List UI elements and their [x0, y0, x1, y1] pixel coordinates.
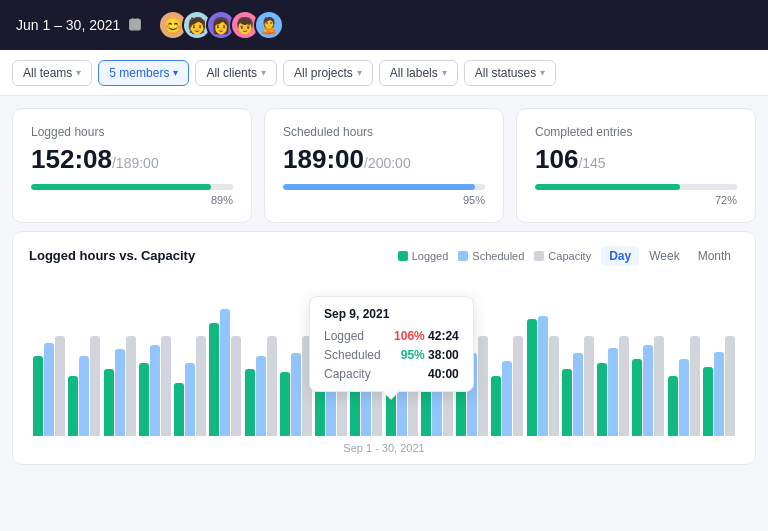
bar-scheduled	[185, 363, 195, 436]
bar-capacity	[90, 336, 100, 436]
bar-logged	[527, 319, 537, 436]
tooltip-row-left: Capacity	[324, 367, 371, 381]
bar-scheduled	[44, 343, 54, 436]
bar-group-1[interactable]	[68, 336, 100, 436]
bar-logged	[668, 376, 678, 436]
bar-capacity	[126, 336, 136, 436]
filter-all-teams[interactable]: All teams▾	[12, 60, 92, 86]
bar-group-7[interactable]	[280, 336, 312, 436]
stat-label: Logged hours	[31, 125, 233, 139]
filter-all-clients[interactable]: All clients▾	[195, 60, 277, 86]
bar-group-15[interactable]	[562, 336, 594, 436]
bar-group-5[interactable]	[209, 309, 241, 436]
bar-capacity	[267, 336, 277, 436]
filter-5-members[interactable]: 5 members▾	[98, 60, 189, 86]
calendar-icon[interactable]	[128, 17, 142, 34]
tooltip-arrow	[383, 391, 399, 399]
progress-bar-fill	[535, 184, 680, 190]
tooltip-date: Sep 9, 2021	[324, 307, 459, 321]
bar-capacity	[654, 336, 664, 436]
chart-footer: Sep 1 - 30, 2021	[29, 442, 739, 454]
legend-label: Logged	[412, 250, 449, 262]
progress-bar-fill	[283, 184, 475, 190]
tooltip-row: Scheduled95% 38:00	[324, 348, 459, 362]
tooltip-row-left: Logged	[324, 329, 364, 343]
stat-card-scheduled-hours: Scheduled hours 189:00/200:00 95%	[264, 108, 504, 223]
filter-bar: All teams▾5 members▾All clients▾All proj…	[0, 50, 768, 96]
legend-item-capacity: Capacity	[534, 250, 591, 262]
bar-scheduled	[643, 345, 653, 436]
view-btn-month[interactable]: Month	[690, 246, 739, 266]
bar-group-4[interactable]	[174, 336, 206, 436]
bar-group-6[interactable]	[245, 336, 277, 436]
filter-all-projects[interactable]: All projects▾	[283, 60, 373, 86]
bar-capacity	[478, 336, 488, 436]
bar-group-19[interactable]	[703, 336, 735, 436]
bar-scheduled	[291, 353, 301, 436]
stat-label: Scheduled hours	[283, 125, 485, 139]
bar-group-2[interactable]	[104, 336, 136, 436]
chart-header: Logged hours vs. Capacity Logged Schedul…	[29, 246, 739, 266]
legend-dot	[458, 251, 468, 261]
filter-label: All teams	[23, 66, 72, 80]
stat-total: /189:00	[112, 155, 159, 171]
bar-group-13[interactable]	[491, 336, 523, 436]
tooltip-row: Logged106% 42:24	[324, 329, 459, 343]
tooltip-row: Capacity40:00	[324, 367, 459, 381]
bar-capacity	[231, 336, 241, 436]
bar-capacity	[690, 336, 700, 436]
stat-card-logged-hours: Logged hours 152:08/189:00 89%	[12, 108, 252, 223]
tooltip-pct: 106%	[394, 329, 425, 343]
bar-group-18[interactable]	[668, 336, 700, 436]
bar-group-0[interactable]	[33, 336, 65, 436]
progress-bar-wrap	[283, 184, 485, 190]
view-btn-day[interactable]: Day	[601, 246, 639, 266]
bar-logged	[209, 323, 219, 436]
bar-scheduled	[573, 353, 583, 436]
chart-tooltip: Sep 9, 2021 Logged106% 42:24Scheduled95%…	[309, 296, 474, 392]
bar-logged	[139, 363, 149, 436]
bar-capacity	[584, 336, 594, 436]
bar-scheduled	[150, 345, 160, 436]
progress-bar-wrap	[535, 184, 737, 190]
bar-logged	[68, 376, 78, 436]
avatar-4: 🙎	[254, 10, 284, 40]
date-range-display[interactable]: Jun 1 – 30, 2021	[16, 17, 142, 34]
progress-bar-wrap	[31, 184, 233, 190]
svg-rect-0	[130, 19, 141, 29]
chevron-down-icon: ▾	[76, 67, 81, 78]
bar-logged	[562, 369, 572, 436]
bar-logged	[703, 367, 713, 436]
progress-pct: 89%	[31, 194, 233, 206]
tooltip-row-label: Logged	[324, 329, 364, 343]
bar-logged	[104, 369, 114, 436]
stat-label: Completed entries	[535, 125, 737, 139]
tooltip-row-left: Scheduled	[324, 348, 381, 362]
tooltip-row-right: 40:00	[428, 367, 459, 381]
filter-all-labels[interactable]: All labels▾	[379, 60, 458, 86]
filter-label: All statuses	[475, 66, 536, 80]
bar-scheduled	[679, 359, 689, 436]
chevron-down-icon: ▾	[357, 67, 362, 78]
bar-scheduled	[256, 356, 266, 436]
view-btn-week[interactable]: Week	[641, 246, 687, 266]
bar-group-17[interactable]	[632, 336, 664, 436]
bar-scheduled	[714, 352, 724, 436]
bar-group-14[interactable]	[527, 316, 559, 436]
chevron-down-icon: ▾	[261, 67, 266, 78]
filter-all-statuses[interactable]: All statuses▾	[464, 60, 556, 86]
bar-logged	[174, 383, 184, 436]
bar-group-3[interactable]	[139, 336, 171, 436]
filter-label: All clients	[206, 66, 257, 80]
stat-total: /145	[578, 155, 605, 171]
legend-item-scheduled: Scheduled	[458, 250, 524, 262]
stats-row: Logged hours 152:08/189:00 89% Scheduled…	[0, 96, 768, 231]
bar-group-16[interactable]	[597, 336, 629, 436]
bar-chart: Sep 9, 2021 Logged106% 42:24Scheduled95%…	[29, 276, 739, 436]
bar-scheduled	[79, 356, 89, 436]
chevron-down-icon: ▾	[540, 67, 545, 78]
tooltip-row-right: 95% 38:00	[401, 348, 459, 362]
chart-section: Logged hours vs. Capacity Logged Schedul…	[12, 231, 756, 465]
tooltip-row-label: Scheduled	[324, 348, 381, 362]
bar-capacity	[619, 336, 629, 436]
